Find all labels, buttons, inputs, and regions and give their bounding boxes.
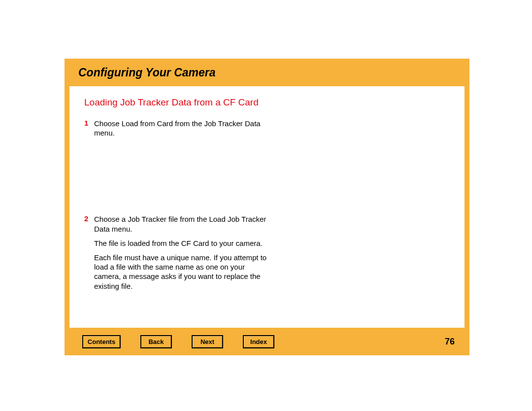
section-heading: Loading Job Tracker Data from a CF Card (84, 97, 450, 108)
next-button[interactable]: Next (192, 335, 223, 348)
step-number: 1 (84, 119, 94, 127)
title-bar: Configuring Your Camera (65, 59, 469, 86)
paragraph: The file is loaded from the CF Card to y… (94, 239, 271, 248)
step-text: Choose a Job Tracker file from the Load … (94, 214, 271, 233)
index-button[interactable]: Index (243, 335, 274, 348)
content-area: Loading Job Tracker Data from a CF Card … (69, 86, 465, 328)
page-number: 76 (445, 337, 458, 347)
step-number: 2 (84, 214, 94, 223)
step-text: Choose Load from Card from the Job Track… (94, 119, 271, 137)
chapter-title: Configuring Your Camera (78, 66, 216, 79)
page-frame: Configuring Your Camera Loading Job Trac… (65, 59, 469, 355)
paragraph: Each file must have a unique name. If yo… (94, 253, 271, 291)
footer-bar: Contents Back Next Index 76 (65, 328, 469, 355)
spacer (84, 140, 450, 214)
contents-button[interactable]: Contents (82, 335, 121, 348)
step-2: 2 Choose a Job Tracker file from the Loa… (84, 214, 271, 233)
back-button[interactable]: Back (140, 335, 172, 348)
step-1: 1 Choose Load from Card from the Job Tra… (84, 119, 271, 137)
